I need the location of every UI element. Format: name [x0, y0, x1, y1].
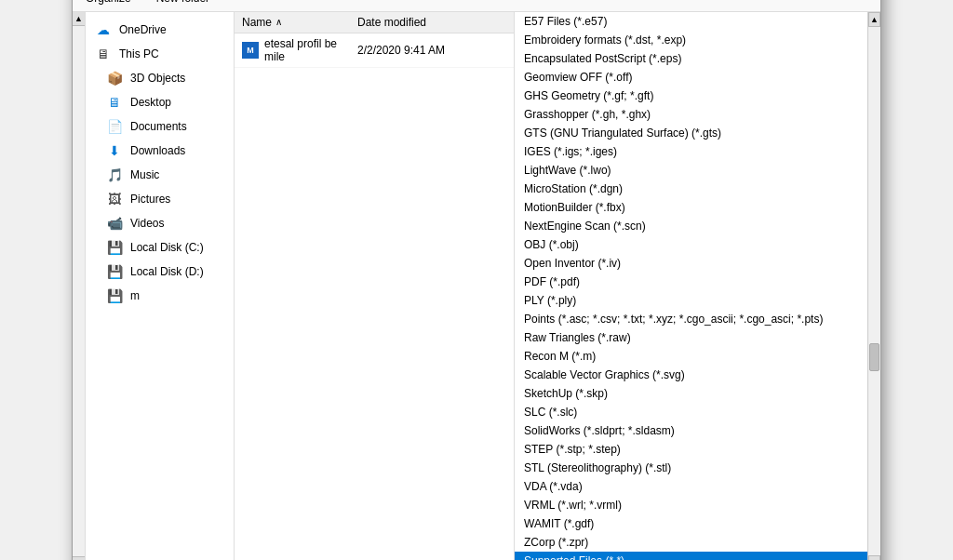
droplist-item[interactable]: Scalable Vector Graphics (*.svg) — [515, 366, 867, 384]
organize-dropdown-arrow: ▾ — [134, 0, 138, 2]
sidebar-label-3dobjects: 3D Objects — [130, 72, 185, 85]
droplist-item[interactable]: Raw Triangles (*.raw) — [515, 328, 867, 347]
onedrive-icon: ☁ — [95, 21, 112, 38]
sidebar-label-desktop: Desktop — [130, 96, 171, 109]
table-row[interactable]: M etesal profil be mile 2/2/2020 9:41 AM — [235, 33, 514, 68]
file-name-cell: M etesal profil be mile — [242, 37, 357, 63]
droplist-item[interactable]: LightWave (*.lwo) — [515, 161, 867, 180]
sidebar-item-locald[interactable]: 💾 Local Disk (D:) — [86, 260, 234, 284]
droplist-item[interactable]: PLY (*.ply) — [515, 291, 867, 310]
filetype-list: E57 Files (*.e57)Embroidery formats (*.d… — [514, 12, 867, 561]
droplist-item[interactable]: E57 Files (*.e57) — [515, 12, 867, 31]
sidebar-scroll-left: ▲ ▼ — [73, 12, 86, 561]
droplist-item[interactable]: SolidWorks (*.sldprt; *.sldasm) — [515, 421, 867, 440]
sidebar-item-pictures[interactable]: 🖼 Pictures — [86, 187, 234, 211]
droplist-item[interactable]: Supported Files (*.*) — [515, 552, 867, 561]
sidebar-item-localc[interactable]: 💾 Local Disk (C:) — [86, 235, 234, 260]
filetype-dropdown-panel: E57 Files (*.e57)Embroidery formats (*.d… — [514, 12, 880, 561]
scrollbar-down-btn[interactable]: ▼ — [868, 555, 880, 561]
droplist-item[interactable]: SketchUp (*.skp) — [515, 384, 867, 403]
droplist-item[interactable]: WAMIT (*.gdf) — [515, 514, 867, 533]
droplist-item[interactable]: MotionBuilder (*.fbx) — [515, 198, 867, 217]
droplist-item[interactable]: Embroidery formats (*.dst, *.exp) — [515, 31, 867, 49]
col-name-header[interactable]: Name ∧ — [242, 16, 357, 29]
documents-icon: 📄 — [106, 118, 123, 135]
droplist-item[interactable]: IGES (*.igs; *.iges) — [515, 142, 867, 161]
file-column-header: Name ∧ Date modified — [235, 12, 514, 33]
sidebar-scroll-up[interactable]: ▲ — [73, 12, 85, 26]
file-list: M etesal profil be mile 2/2/2020 9:41 AM — [235, 33, 514, 561]
sidebar-label-documents: Documents — [130, 120, 187, 133]
droplist-item[interactable]: GHS Geometry (*.gf; *.gft) — [515, 87, 867, 105]
sidebar-item-videos[interactable]: 📹 Videos — [86, 211, 234, 235]
toolbar: Organize ▾ New folder — [73, 0, 880, 12]
sidebar-label-music: Music — [130, 168, 159, 181]
downloads-icon: ⬇ — [106, 142, 123, 159]
droplist-item[interactable]: ZCorp (*.zpr) — [515, 533, 867, 552]
droplist-item[interactable]: VRML (*.wrl; *.vrml) — [515, 496, 867, 514]
droplist-item[interactable]: Geomview OFF (*.off) — [515, 68, 867, 87]
droplist-item[interactable]: GTS (GNU Triangulated Surface) (*.gts) — [515, 124, 867, 142]
sidebar-item-onedrive[interactable]: ☁ OneDrive — [86, 18, 234, 42]
sidebar: ☁ OneDrive 🖥 This PC 📦 3D Objects 🖥 Desk… — [86, 12, 235, 561]
file-area: Name ∧ Date modified M etesal profil be … — [235, 12, 514, 561]
droplist-item[interactable]: STEP (*.stp; *.step) — [515, 440, 867, 459]
scrollbar-thumb[interactable] — [869, 343, 879, 371]
sidebar-item-thispc[interactable]: 🖥 This PC — [86, 42, 234, 66]
thispc-icon: 🖥 — [95, 46, 112, 62]
sidebar-label-onedrive: OneDrive — [119, 23, 167, 36]
pictures-icon: 🖼 — [106, 191, 123, 207]
scrollbar-track[interactable] — [868, 27, 880, 555]
open-dialog: 📂 Open ← → ↑ 📁 mohammadjavad (E:) › سایت… — [72, 0, 881, 560]
filetype-list-scroll: E57 Files (*.e57)Embroidery formats (*.d… — [515, 12, 867, 561]
sidebar-label-videos: Videos — [130, 217, 164, 230]
sidebar-label-localc: Local Disk (C:) — [130, 241, 204, 254]
sidebar-item-downloads[interactable]: ⬇ Downloads — [86, 139, 234, 163]
file-date-cell: 2/2/2020 9:41 AM — [357, 44, 506, 57]
droplist-item[interactable]: NextEngine Scan (*.scn) — [515, 217, 867, 235]
new-folder-button[interactable]: New folder — [151, 0, 215, 7]
sidebar-item-desktop[interactable]: 🖥 Desktop — [86, 90, 234, 114]
scrollbar-up-btn[interactable]: ▲ — [868, 12, 880, 27]
sidebar-item-music[interactable]: 🎵 Music — [86, 163, 234, 187]
videos-icon: 📹 — [106, 215, 123, 232]
sidebar-label-m: m — [130, 289, 140, 302]
organize-button[interactable]: Organize ▾ — [80, 0, 143, 7]
droplist-item[interactable]: Points (*.asc; *.csv; *.txt; *.xyz; *.cg… — [515, 310, 867, 328]
sidebar-scroll-down[interactable]: ▼ — [73, 556, 85, 561]
sidebar-label-downloads: Downloads — [130, 144, 185, 157]
m-icon: 💾 — [106, 287, 123, 304]
sidebar-item-documents[interactable]: 📄 Documents — [86, 114, 234, 139]
droplist-item[interactable]: Encapsulated PostScript (*.eps) — [515, 49, 867, 68]
droplist-item[interactable]: Grasshopper (*.gh, *.ghx) — [515, 105, 867, 124]
droplist-item[interactable]: Open Inventor (*.iv) — [515, 254, 867, 273]
sidebar-item-m[interactable]: 💾 m — [86, 284, 234, 308]
col-date-header[interactable]: Date modified — [357, 16, 506, 29]
sidebar-item-3dobjects[interactable]: 📦 3D Objects — [86, 66, 234, 90]
droplist-item[interactable]: MicroStation (*.dgn) — [515, 180, 867, 198]
droplist-item[interactable]: PDF (*.pdf) — [515, 273, 867, 291]
localc-icon: 💾 — [106, 239, 123, 256]
droplist-item[interactable]: SLC (*.slc) — [515, 403, 867, 421]
droplist-scrollbar: ▲ ▼ — [867, 12, 880, 561]
sidebar-label-pictures: Pictures — [130, 193, 170, 206]
locald-icon: 💾 — [106, 263, 123, 280]
desktop-icon: 🖥 — [106, 94, 123, 111]
main-content: ▲ ▼ ☁ OneDrive 🖥 This PC 📦 3D Objects 🖥 … — [73, 12, 880, 561]
3dobjects-icon: 📦 — [106, 70, 123, 87]
file-name-label: etesal profil be mile — [264, 37, 357, 63]
droplist-item[interactable]: Recon M (*.m) — [515, 347, 867, 366]
droplist-item[interactable]: OBJ (*.obj) — [515, 235, 867, 254]
sidebar-label-thispc: This PC — [119, 47, 159, 60]
file-type-icon: M — [242, 42, 259, 59]
sidebar-label-locald: Local Disk (D:) — [130, 265, 204, 278]
droplist-item[interactable]: STL (Stereolithography) (*.stl) — [515, 459, 867, 477]
droplist-item[interactable]: VDA (*.vda) — [515, 477, 867, 496]
music-icon: 🎵 — [106, 167, 123, 183]
